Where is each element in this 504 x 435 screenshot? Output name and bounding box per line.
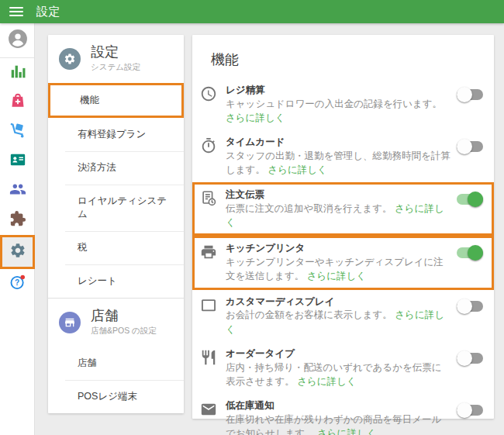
- store-menu-item[interactable]: POSレジ端末: [48, 380, 184, 413]
- display-icon: [200, 297, 217, 314]
- feature-description: キッチンプリンターやキッチンディスプレイに注文を送信します。 さらに詳しく: [226, 255, 450, 283]
- feature-rows: レジ精算キャッシュドロワーの入出金の記録を行います。 さらに詳しくタイムカードス…: [192, 78, 494, 435]
- svg-text:?: ?: [15, 278, 19, 287]
- feature-row: タイムカードスタッフの出勤・退勤を管理し、総勤務時間を計算します。 さらに詳しく: [192, 130, 494, 182]
- hand-truck-icon: [9, 122, 26, 142]
- bar-chart-icon: [9, 63, 26, 83]
- settings-menu-item[interactable]: 税: [48, 231, 184, 264]
- feature-text: レジ精算キャッシュドロワーの入出金の記録を行います。 さらに詳しく: [226, 84, 457, 125]
- page-title: 設定: [36, 5, 60, 19]
- feature-text: 低在庫通知在庫切れや在庫が残りわずかの商品を毎日メールでお知らせします。 さらに…: [226, 399, 457, 435]
- store-circle-icon: [59, 312, 81, 333]
- feature-description-text: 伝票に注文の追加や取消を行えます。: [226, 203, 395, 214]
- feature-text: オーダータイプ店内・持ち帰り・配送のいずれであるかを伝票に表示させます。 さらに…: [226, 347, 457, 388]
- ticket-clock-icon: [200, 190, 217, 207]
- sidebar-item-reports[interactable]: [0, 58, 35, 88]
- feature-row: オーダータイプ店内・持ち帰り・配送のいずれであるかを伝票に表示させます。 さらに…: [192, 342, 494, 394]
- sidebar-item-help[interactable]: ?: [0, 269, 35, 299]
- feature-title: タイムカード: [226, 136, 450, 149]
- features-panel: 機能 レジ精算キャッシュドロワーの入出金の記録を行います。 さらに詳しくタイムカ…: [192, 35, 494, 419]
- feature-text: 注文伝票伝票に注文の追加や取消を行えます。 さらに詳しく: [226, 188, 457, 230]
- settings-nav-panel: 設定 システム設定 機能有料登録プラン決済方法ロイヤルティシステム税レシート 店…: [48, 35, 184, 413]
- store-menu-item[interactable]: 店舗: [48, 347, 184, 380]
- settings-subtitle: システム設定: [91, 62, 140, 73]
- learn-more-link[interactable]: さらに詳しく: [297, 376, 356, 387]
- learn-more-link[interactable]: さらに詳しく: [307, 271, 366, 281]
- clock-icon: [200, 85, 217, 102]
- feature-description: お会計の金額をお客様に表示します。 さらに詳しく: [226, 308, 450, 336]
- feature-toggle[interactable]: [457, 402, 483, 418]
- settings-menu-item[interactable]: 有料登録プラン: [48, 118, 184, 151]
- puzzle-icon: [9, 210, 26, 230]
- store-section-header: 店舗 店舗&POS の設定: [48, 298, 184, 347]
- feature-description-text: お会計の金額をお客様に表示します。: [226, 309, 395, 320]
- feature-text: カスタマーディスプレイお会計の金額をお客様に表示します。 さらに詳しく: [226, 295, 457, 337]
- feature-toggle[interactable]: [457, 192, 483, 207]
- avatar-icon: [8, 29, 28, 52]
- sidebar-item-customers[interactable]: [0, 176, 35, 205]
- feature-description: スタッフの出勤・退勤を管理し、総勤務時間を計算します。 さらに詳しく: [226, 149, 450, 177]
- settings-section-header: 設定 システム設定: [48, 35, 184, 83]
- feature-toggle[interactable]: [457, 245, 483, 261]
- id-card-icon: [9, 151, 26, 171]
- printer-icon: [200, 243, 217, 261]
- feature-description-text: スタッフの出勤・退勤を管理し、総勤務時間を計算します。: [226, 150, 450, 175]
- settings-menu-item[interactable]: ロイヤルティシステム: [48, 185, 184, 231]
- feature-title: キッチンプリンタ: [226, 242, 450, 255]
- utensils-icon: [200, 349, 217, 366]
- features-panel-title: 機能: [192, 35, 494, 78]
- envelope-icon: [200, 401, 217, 418]
- sidebar-item-inventory[interactable]: [0, 117, 35, 147]
- feature-title: カスタマーディスプレイ: [226, 295, 450, 309]
- feature-description: 在庫切れや在庫が残りわずかの商品を毎日メールでお知らせします。 さらに詳しく: [226, 413, 450, 435]
- feature-row: カスタマーディスプレイお会計の金額をお客様に表示します。 さらに詳しく: [192, 290, 494, 342]
- feature-row: キッチンプリンタキッチンプリンターやキッチンディスプレイに注文を送信します。 さ…: [192, 236, 494, 289]
- feature-title: 注文伝票: [226, 188, 450, 202]
- toggle-knob: [457, 350, 472, 366]
- learn-more-link[interactable]: さらに詳しく: [226, 112, 285, 123]
- sidebar-item-apps[interactable]: [0, 205, 35, 235]
- toggle-knob: [457, 87, 472, 102]
- feature-text: タイムカードスタッフの出勤・退勤を管理し、総勤務時間を計算します。 さらに詳しく: [226, 136, 457, 177]
- toggle-knob: [468, 245, 483, 261]
- settings-menu-item[interactable]: 決済方法: [48, 151, 184, 185]
- feature-description-text: キャッシュドロワーの入出金の記録を行います。: [226, 98, 442, 109]
- feature-toggle[interactable]: [457, 299, 483, 314]
- settings-menu-item[interactable]: 機能: [48, 83, 184, 118]
- settings-menu-item[interactable]: レシート: [48, 264, 184, 298]
- help-icon: ?: [9, 274, 26, 294]
- learn-more-link[interactable]: さらに詳しく: [317, 428, 376, 435]
- feature-description: キャッシュドロワーの入出金の記録を行います。 さらに詳しく: [226, 97, 450, 125]
- feature-text: キッチンプリンタキッチンプリンターやキッチンディスプレイに注文を送信します。 さ…: [226, 242, 457, 283]
- sidebar-item-employees[interactable]: [0, 147, 35, 176]
- feature-toggle[interactable]: [457, 350, 483, 366]
- items-basket-icon: [9, 92, 26, 112]
- feature-title: 低在庫通知: [226, 399, 450, 413]
- sidebar-item-settings[interactable]: [0, 235, 35, 269]
- learn-more-link[interactable]: さらに詳しく: [268, 164, 326, 175]
- sidebar-item-account[interactable]: [0, 23, 35, 57]
- feature-description: 伝票に注文の追加や取消を行えます。 さらに詳しく: [226, 202, 450, 230]
- feature-row: 注文伝票伝票に注文の追加や取消を行えます。 さらに詳しく: [192, 182, 494, 236]
- menu-icon[interactable]: [9, 7, 23, 16]
- settings-title: 設定: [91, 45, 140, 60]
- feature-description: 店内・持ち帰り・配送のいずれであるかを伝票に表示させます。 さらに詳しく: [226, 361, 450, 388]
- toggle-knob: [457, 299, 472, 314]
- toggle-knob: [457, 402, 472, 418]
- app-bar: 設定: [0, 0, 504, 23]
- feature-toggle[interactable]: [457, 87, 483, 102]
- sidebar-item-items[interactable]: [0, 88, 35, 117]
- store-subtitle: 店舗&POS の設定: [91, 326, 157, 337]
- feature-row: レジ精算キャッシュドロワーの入出金の記録を行います。 さらに詳しく: [192, 78, 494, 130]
- toggle-knob: [468, 192, 483, 207]
- store-title: 店舗: [91, 309, 157, 324]
- settings-menu: 機能有料登録プラン決済方法ロイヤルティシステム税レシート: [48, 83, 184, 298]
- store-menu: 店舗POSレジ端末: [48, 347, 184, 413]
- stopwatch-icon: [200, 137, 217, 154]
- feature-title: レジ精算: [226, 84, 450, 97]
- gear-icon: [9, 242, 26, 262]
- feature-title: オーダータイプ: [226, 347, 450, 361]
- toggle-knob: [457, 139, 472, 154]
- feature-toggle[interactable]: [457, 139, 483, 154]
- main-content: 設定 システム設定 機能有料登録プラン決済方法ロイヤルティシステム税レシート 店…: [35, 23, 504, 435]
